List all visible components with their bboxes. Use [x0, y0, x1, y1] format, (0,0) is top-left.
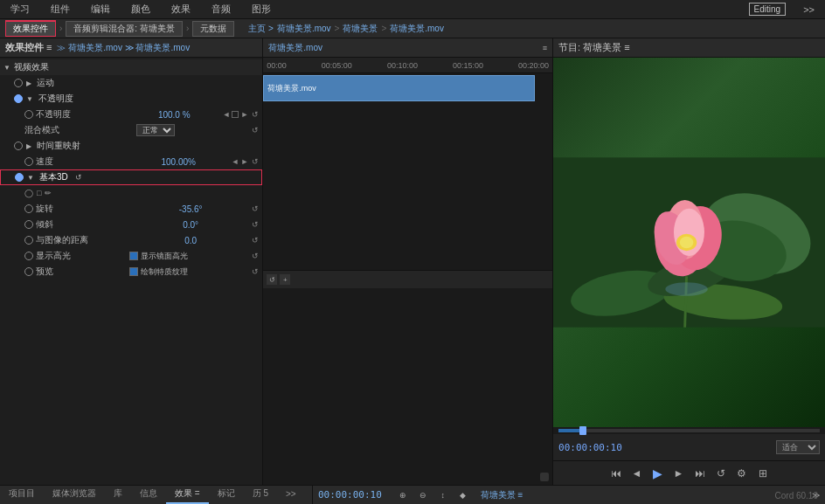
timeline-track-area: 荷塘美景.mov [263, 73, 552, 270]
tl-ripple-btn[interactable]: ↕ [434, 487, 452, 504]
fx-reset-blend[interactable]: ↺ [252, 126, 259, 135]
fx-speed-right[interactable]: ► [240, 157, 248, 166]
cord-label: Cord 60.10 [775, 491, 818, 501]
fx-reset-preview[interactable]: ↺ [252, 267, 259, 276]
menu-effects[interactable]: 效果 [168, 1, 194, 17]
tab-library[interactable]: 库 [105, 485, 131, 504]
monitor-timecode: 00:00:00:10 [558, 442, 622, 453]
fx-keyframe-right[interactable]: ► [240, 110, 248, 119]
fx-toggle-preview[interactable] [24, 267, 33, 276]
fx-motion-header[interactable]: ▶ 运动 [0, 75, 262, 91]
menu-audio[interactable]: 音频 [208, 1, 234, 17]
video-content-svg [553, 58, 825, 427]
fx-reset-distance[interactable]: ↺ [252, 236, 259, 245]
fx-select-blend[interactable]: 正常 [136, 124, 175, 136]
fx-toggle-motion[interactable] [14, 79, 23, 87]
btn-step-forward[interactable]: ► [671, 466, 687, 481]
fx-label-basic3d: 基本3D [39, 171, 68, 183]
fx-value-rotation: -35.6° [129, 204, 252, 214]
fx-reset-rotation[interactable]: ↺ [252, 204, 259, 213]
fx-timemap-header[interactable]: ▶ 时间重映射 [0, 138, 262, 154]
fx-toggle-highlight[interactable] [24, 252, 33, 260]
fx-reset-highlight[interactable]: ↺ [252, 252, 259, 260]
tl-delete-btn[interactable]: ⊖ [414, 487, 432, 504]
timeline-ruler: 00:00 00:05:00 00:10:00 00:15:00 00:20:0… [263, 58, 552, 73]
menu-study[interactable]: 学习 [7, 1, 33, 17]
fx-reset-speed[interactable]: ↺ [252, 157, 259, 166]
fx-opacity-header[interactable]: ▼ 不透明度 [0, 91, 262, 107]
fx-toggle-timemap[interactable] [14, 142, 23, 150]
fx-section-video[interactable]: ▼ 视频效果 [0, 59, 262, 75]
monitor-header: 节目: 荷塘美景 ≡ [553, 38, 825, 58]
breadcrumb-sep2: › [186, 24, 189, 33]
breadcrumb-bar: 效果控件 › 音频剪辑混合器: 荷塘美景 › 元数据 主页 > 荷塘美景.mov… [0, 19, 825, 38]
timeline-header-tools: ⊕ ⊖ ↕ ◆ [394, 487, 472, 504]
timeline-top-header: 荷塘美景.mov ≡ [263, 38, 552, 58]
menu-color[interactable]: 颜色 [128, 1, 154, 17]
btn-loop[interactable]: ↺ [713, 466, 729, 481]
fx-reset-tilt[interactable]: ↺ [252, 220, 259, 229]
tc-0: 00:00 [267, 61, 287, 70]
monitor-controls: 00:00:00:10 适合 25% 50% 100% [553, 434, 825, 460]
tab-audio-mixer[interactable]: 音频剪辑混合器: 荷塘美景 [66, 21, 183, 37]
btn-skip-to-end[interactable]: ⏭ [692, 466, 708, 481]
tab-info[interactable]: 信息 [131, 485, 166, 504]
btn-skip-to-start[interactable]: ⏮ [608, 466, 624, 481]
fx-toggle-speed[interactable] [24, 157, 33, 166]
tc-3: 00:15:00 [453, 61, 483, 70]
btn-play[interactable]: ▶ [650, 466, 666, 481]
tab-more[interactable]: >> [277, 485, 305, 504]
fx-toggle-rotation[interactable] [24, 204, 33, 213]
fx-speed-left[interactable]: ◄ [231, 157, 239, 166]
tab-media-browser[interactable]: 媒体浏览器 [44, 485, 105, 504]
monitor-playback-controls: ⏮ ◄ ▶ ► ⏭ ↺ ⚙ ⊞ [553, 460, 825, 485]
tab-history[interactable]: 历 5 [244, 485, 277, 504]
fx-basic3d-header[interactable]: ▼ 基本3D ↺ [0, 169, 262, 185]
fx-toggle-tilt[interactable] [24, 220, 33, 229]
fx-toggle-opacity[interactable] [14, 94, 23, 103]
fx-row-blend-mode: 混合模式 正常 ↺ [0, 122, 262, 138]
breadcrumb-sep3: > [335, 24, 340, 33]
fx-row-highlight: 显示高光 显示镜面高光 ↺ [0, 248, 262, 264]
monitor-progress-thumb[interactable] [579, 426, 586, 435]
btn-settings[interactable]: ⚙ [734, 466, 750, 481]
menu-edit[interactable]: 编辑 [87, 1, 114, 17]
monitor-zoom-select[interactable]: 适合 25% 50% 100% [776, 440, 820, 454]
program-monitor-panel: 节目: 荷塘美景 ≡ [553, 38, 825, 485]
tab-effect-controls[interactable]: 效果控件 [5, 20, 56, 37]
btn-fullscreen[interactable]: ⊞ [755, 466, 771, 481]
fx-keyframe-left[interactable]: ◄ [222, 110, 230, 119]
tl-insert-btn[interactable]: ⊕ [394, 487, 412, 504]
tl-btn-add[interactable]: + [280, 274, 290, 285]
tab-effects[interactable]: 效果 = [166, 485, 209, 504]
fx-reset-icon[interactable]: ↺ [75, 173, 82, 182]
timeline-top-expand[interactable]: ≡ [543, 44, 547, 52]
fx-icon2: □ [37, 189, 41, 197]
breadcrumb-seq: 荷塘美景 [343, 23, 378, 35]
tab-project[interactable]: 项目目 [0, 485, 44, 504]
tl-btn-reset[interactable]: ↺ [267, 274, 277, 285]
tc-2: 00:10:00 [387, 61, 418, 70]
fx-keyframe-add[interactable] [232, 111, 239, 118]
fx-toggle-distance[interactable] [24, 236, 33, 245]
fx-reset-opacity[interactable]: ↺ [252, 110, 259, 119]
tab-metadata[interactable]: 元数据 [192, 21, 234, 37]
fx-checkbox-highlight[interactable] [129, 252, 138, 260]
project-panel-tabs: 项目目 媒体浏览器 库 信息 效果 = 标记 历 5 >> [0, 486, 312, 504]
timeline-clip[interactable]: 荷塘美景.mov [263, 75, 535, 101]
menu-components[interactable]: 组件 [47, 1, 73, 17]
triangle-timemap: ▶ [26, 142, 31, 150]
tc-1: 00:05:00 [322, 61, 352, 70]
menu-graphics[interactable]: 图形 [248, 1, 274, 17]
monitor-progress-track[interactable] [558, 429, 820, 432]
fx-row-tilt: 倾斜 0.0° ↺ [0, 217, 262, 232]
fx-label-speed: 速度 [36, 155, 53, 168]
menu-more[interactable]: >> [800, 3, 818, 17]
timeline-content-area [263, 288, 552, 485]
fx-toggle-opacity-val[interactable] [24, 110, 33, 119]
tab-markers[interactable]: 标记 [209, 485, 244, 504]
fx-toggle-basic3d[interactable] [15, 173, 24, 182]
tl-marker-btn[interactable]: ◆ [454, 487, 472, 504]
btn-step-back[interactable]: ◄ [629, 466, 645, 481]
fx-checkbox-preview[interactable] [129, 267, 138, 276]
